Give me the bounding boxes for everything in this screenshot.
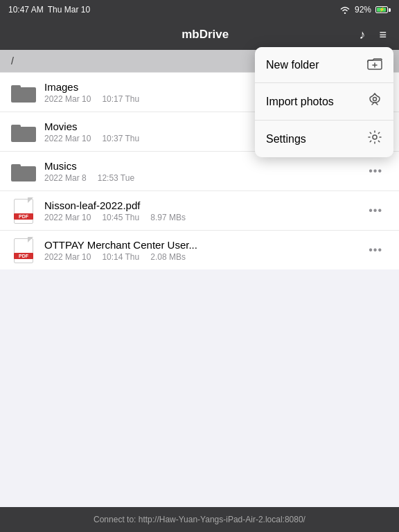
settings-label: Settings [266,133,306,145]
new-folder-label: New folder [266,59,319,71]
svg-point-10 [373,135,377,139]
folder-plus-icon [367,56,382,73]
photo-icon [367,92,382,111]
dropdown-menu: New folder Import photos [255,47,393,157]
gear-icon [367,130,382,148]
import-photos-menu-item[interactable]: Import photos [255,83,393,121]
new-folder-menu-item[interactable]: New folder [255,47,393,83]
dropdown-overlay: New folder Import photos [0,0,399,532]
import-photos-label: Import photos [266,96,334,108]
settings-menu-item[interactable]: Settings [255,121,393,157]
svg-point-9 [373,98,377,101]
